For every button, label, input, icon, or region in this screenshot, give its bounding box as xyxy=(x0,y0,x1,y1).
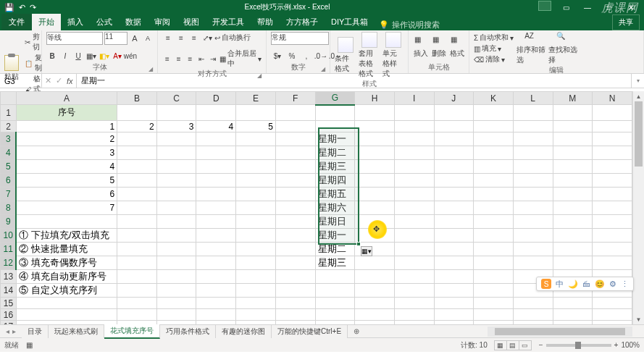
zoom-level[interactable]: 100% xyxy=(621,341,640,349)
tab-home[interactable]: 开始 xyxy=(32,14,61,30)
qat-redo-icon[interactable]: ↷ xyxy=(30,3,36,12)
cell[interactable] xyxy=(16,321,117,325)
cell[interactable] xyxy=(474,160,514,174)
cell[interactable]: 星期二 xyxy=(315,146,355,160)
cell[interactable] xyxy=(196,298,236,309)
cell[interactable] xyxy=(513,298,553,309)
zoom-out-button[interactable]: − xyxy=(539,341,543,349)
cell[interactable] xyxy=(275,298,315,309)
sort-filter-button[interactable]: AZ排序和筛选 xyxy=(517,32,545,65)
row-header[interactable]: 7 xyxy=(1,188,17,201)
cell[interactable] xyxy=(355,188,395,201)
autosum-button[interactable]: Σ自动求和▾ xyxy=(474,33,514,43)
cell[interactable] xyxy=(553,105,593,121)
cell[interactable] xyxy=(553,121,593,132)
cell[interactable] xyxy=(196,160,236,174)
scroll-up-icon[interactable]: ▲ xyxy=(633,91,644,101)
clear-button[interactable]: ⌫清除▾ xyxy=(474,54,514,64)
cell[interactable] xyxy=(275,321,315,325)
cell[interactable]: 3 xyxy=(156,121,196,132)
cell[interactable] xyxy=(236,243,276,256)
row-header[interactable]: 12 xyxy=(1,256,17,270)
cell[interactable] xyxy=(394,188,434,201)
cell[interactable] xyxy=(474,146,514,160)
col-header-L[interactable]: L xyxy=(513,92,553,105)
cell[interactable] xyxy=(434,132,474,146)
wrap-text-button[interactable]: ↩自动换行 xyxy=(214,33,251,43)
align-center-button[interactable]: ≡ xyxy=(174,53,184,64)
cell[interactable]: 5 xyxy=(236,121,276,132)
cell[interactable] xyxy=(236,229,276,243)
cell[interactable] xyxy=(593,243,632,256)
align-bottom-button[interactable]: ≡ xyxy=(188,32,200,43)
cell[interactable] xyxy=(355,284,395,298)
cell[interactable] xyxy=(236,270,276,284)
cell[interactable] xyxy=(117,256,157,270)
cell[interactable] xyxy=(593,256,632,270)
row-header[interactable]: 1 xyxy=(1,105,17,121)
cell[interactable] xyxy=(513,215,553,229)
vertical-scrollbar[interactable]: ▲ ▼ xyxy=(632,91,644,324)
cell[interactable] xyxy=(355,309,395,321)
cell[interactable] xyxy=(196,270,236,284)
row-header[interactable]: 6 xyxy=(1,174,17,188)
tab-file[interactable]: 文件 xyxy=(1,14,32,30)
cell[interactable] xyxy=(513,132,553,146)
cell[interactable]: 7 xyxy=(16,201,117,215)
cell[interactable] xyxy=(434,146,474,160)
cell[interactable] xyxy=(513,146,553,160)
cell[interactable] xyxy=(434,243,474,256)
cell[interactable] xyxy=(196,174,236,188)
cell[interactable] xyxy=(156,298,196,309)
cell[interactable] xyxy=(434,105,474,121)
cell[interactable] xyxy=(513,174,553,188)
cell[interactable] xyxy=(434,160,474,174)
font-size-combo[interactable]: 11 xyxy=(104,32,127,45)
col-header-B[interactable]: B xyxy=(117,92,157,105)
italic-button[interactable]: I xyxy=(59,50,71,62)
cut-button[interactable]: 剪切 xyxy=(25,32,42,52)
cell[interactable] xyxy=(275,146,315,160)
col-header-J[interactable]: J xyxy=(434,92,474,105)
cell[interactable]: 1 xyxy=(16,121,117,132)
cell[interactable] xyxy=(513,309,553,321)
cell[interactable] xyxy=(315,121,355,132)
align-left-button[interactable]: ≡ xyxy=(162,53,172,64)
cell[interactable] xyxy=(593,121,632,132)
row-header[interactable]: 3 xyxy=(1,132,17,146)
cell[interactable] xyxy=(474,121,514,132)
cell[interactable]: 星期六 xyxy=(315,201,355,215)
cell[interactable] xyxy=(156,146,196,160)
ime-toolbar[interactable]: S 中 🌙 🖮 😊 ⚙ ⋮ xyxy=(536,277,634,291)
qat-save-icon[interactable]: 💾 xyxy=(4,3,14,12)
cell[interactable]: ⑤ 自定义填充序列 xyxy=(16,284,117,298)
cell[interactable] xyxy=(196,321,236,325)
cell[interactable] xyxy=(156,105,196,121)
cell[interactable] xyxy=(117,270,157,284)
qat-undo-icon[interactable]: ↶ xyxy=(19,3,25,12)
cell[interactable] xyxy=(236,298,276,309)
orientation-button[interactable]: ⤢▾ xyxy=(201,32,213,43)
cell[interactable] xyxy=(513,256,553,270)
cell[interactable] xyxy=(513,243,553,256)
cell[interactable] xyxy=(275,270,315,284)
cell[interactable] xyxy=(196,215,236,229)
cell[interactable] xyxy=(275,105,315,121)
cell[interactable]: ④ 填充自动更新序号 xyxy=(16,270,117,284)
cell[interactable] xyxy=(394,284,434,298)
number-launcher-icon[interactable]: ◢ xyxy=(321,66,325,72)
cell[interactable] xyxy=(593,229,632,243)
shrink-font-button[interactable]: A xyxy=(142,33,154,44)
cell[interactable] xyxy=(196,309,236,321)
ime-item[interactable]: ⋮ xyxy=(621,279,629,289)
ime-item[interactable]: 中 xyxy=(556,279,564,290)
cell[interactable] xyxy=(513,121,553,132)
cell[interactable] xyxy=(275,256,315,270)
cell[interactable] xyxy=(394,132,434,146)
cell[interactable] xyxy=(275,243,315,256)
hscroll-thumb[interactable] xyxy=(495,328,625,335)
cell[interactable] xyxy=(315,309,355,321)
cell[interactable] xyxy=(236,188,276,201)
page-layout-icon[interactable]: ▤ xyxy=(506,340,519,350)
cell[interactable] xyxy=(553,321,593,325)
